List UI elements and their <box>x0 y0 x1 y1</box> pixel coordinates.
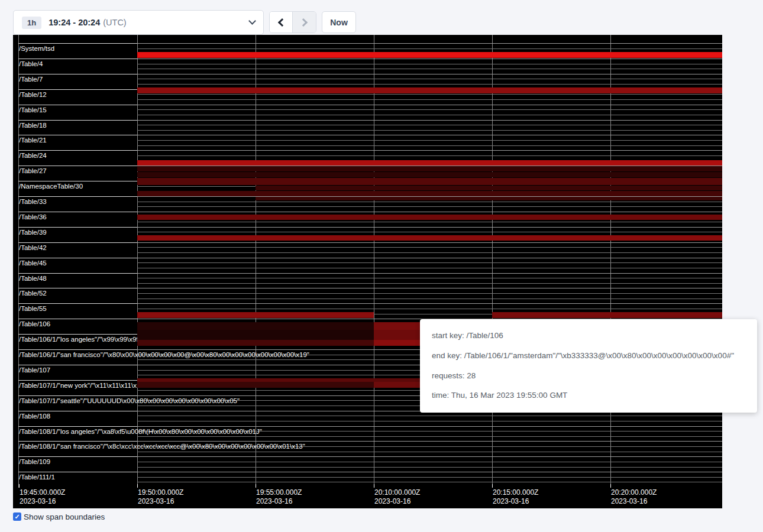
time-range-selector[interactable]: 1h 19:24 - 20:24 (UTC) <box>13 10 264 35</box>
row-label: /Table/27 <box>19 167 47 174</box>
span-boundary-line-minor <box>137 462 722 462</box>
row-label: /Table/45 <box>19 259 47 267</box>
heat-band[interactable] <box>137 312 374 318</box>
row-label: /System/tsd <box>19 45 54 52</box>
span-boundary-line-minor <box>137 79 722 79</box>
span-boundary-line-minor <box>137 140 722 141</box>
span-boundary-line <box>137 456 722 457</box>
heat-band[interactable] <box>137 87 722 93</box>
tooltip-time: time: Thu, 16 Mar 2023 19:55:00 GMT <box>432 385 745 406</box>
span-boundary-line-minor <box>137 416 722 416</box>
next-range-button-disabled[interactable] <box>293 12 316 33</box>
span-boundary-line <box>18 150 137 151</box>
span-boundary-line <box>18 319 137 319</box>
row-label: /Table/15 <box>19 106 47 113</box>
span-boundary-line <box>137 120 722 121</box>
span-boundary-line-minor <box>137 125 722 125</box>
now-button[interactable]: Now <box>322 11 356 33</box>
heat-band[interactable] <box>137 322 374 330</box>
vertical-gridline <box>256 35 256 488</box>
row-label: /Table/109 <box>19 458 50 465</box>
heatmap-canvas[interactable]: /System/tsd/Table/4/Table/7/Table/12/Tab… <box>13 35 722 508</box>
span-boundary-line <box>18 456 137 457</box>
time-nav-group <box>269 11 316 33</box>
row-label: /NamespaceTable/30 <box>19 183 83 190</box>
row-label: /Table/111/1 <box>19 473 55 481</box>
span-boundary-line <box>18 196 137 197</box>
span-boundary-line <box>18 288 137 288</box>
show-span-boundaries-checkbox[interactable]: ✓ <box>13 512 21 521</box>
row-label: /Table/36 <box>19 213 47 220</box>
heat-band[interactable] <box>137 215 722 220</box>
range-text: 19:24 - 20:24 <box>49 18 100 27</box>
span-boundary-line-minor <box>137 155 722 156</box>
span-boundary-line <box>18 411 137 411</box>
row-label: /Table/107/1/"seattle"/"UUUUUUD\x00\x80\… <box>19 397 240 404</box>
span-boundary-line <box>18 120 137 121</box>
span-boundary-line-minor <box>137 482 722 482</box>
span-boundary-line-minor <box>137 467 722 468</box>
span-boundary-line-minor <box>137 293 722 294</box>
heat-band[interactable] <box>137 340 374 346</box>
row-label: /Table/106/1/"san francisco"/"\x80\x00\x… <box>19 351 309 358</box>
heat-band[interactable] <box>137 172 722 177</box>
span-boundary-line <box>137 212 722 212</box>
heat-band[interactable] <box>137 235 722 241</box>
span-boundary-line <box>18 395 137 396</box>
span-boundary-line-minor <box>137 452 722 452</box>
prev-range-button[interactable] <box>270 12 293 33</box>
row-label: /Table/48 <box>19 275 47 282</box>
heat-band[interactable] <box>137 382 374 388</box>
heat-band[interactable] <box>137 191 722 196</box>
span-boundary-line-minor <box>137 477 722 478</box>
row-label: /Table/33 <box>19 198 47 205</box>
span-boundary-line <box>137 242 722 243</box>
span-boundary-line <box>18 273 137 274</box>
row-label: /Table/39 <box>19 229 47 236</box>
axis-tick <box>610 484 611 488</box>
tooltip-start-key: start key: /Table/106 <box>432 326 745 346</box>
chevron-left-icon <box>278 18 286 26</box>
row-label: /Table/18 <box>19 122 47 129</box>
span-boundary-line <box>137 135 722 135</box>
heat-band[interactable] <box>256 197 722 200</box>
heat-band[interactable] <box>137 178 722 185</box>
vertical-gridline <box>492 35 493 488</box>
span-boundary-line <box>137 303 722 304</box>
span-boundary-line <box>137 43 722 44</box>
span-boundary-line <box>18 135 137 135</box>
span-boundary-line <box>18 212 137 212</box>
heat-band[interactable] <box>137 330 374 340</box>
axis-tick <box>137 484 138 488</box>
row-label: /Table/12 <box>19 91 47 98</box>
span-boundary-line <box>137 105 722 105</box>
toolbar: 1h 19:24 - 20:24 (UTC) Now <box>0 0 763 35</box>
heat-band[interactable] <box>137 160 722 166</box>
span-boundary-line-minor <box>137 84 722 85</box>
axis-tick-label: 19:45:00.000Z2023-03-16 <box>20 488 65 506</box>
span-boundary-line-minor <box>137 48 722 49</box>
span-boundary-line-minor <box>137 94 722 95</box>
range-timezone: (UTC) <box>103 18 126 27</box>
span-boundary-line <box>137 441 722 442</box>
span-boundary-line <box>18 74 137 74</box>
chevron-right-icon <box>299 18 307 26</box>
span-boundary-line-minor <box>137 421 722 421</box>
span-boundary-line-minor <box>137 262 722 263</box>
span-boundary-line-minor <box>137 145 722 146</box>
row-label: /Table/52 <box>19 290 47 297</box>
heat-band[interactable] <box>492 312 722 318</box>
axis-tick <box>256 484 256 488</box>
row-label: /Table/108 <box>19 413 50 420</box>
span-boundary-line <box>18 472 137 472</box>
span-boundary-line-minor <box>137 278 722 278</box>
span-boundary-line <box>137 227 722 228</box>
span-boundary-line <box>18 242 137 243</box>
span-boundary-line-minor <box>137 206 722 207</box>
axis-tick-label: 19:50:00.000Z2023-03-16 <box>138 488 183 506</box>
heat-band[interactable] <box>256 186 722 190</box>
span-boundary-line-minor <box>137 268 722 268</box>
heat-band[interactable] <box>137 52 722 58</box>
span-boundary-line-minor <box>137 202 722 202</box>
heat-band[interactable] <box>137 166 722 171</box>
